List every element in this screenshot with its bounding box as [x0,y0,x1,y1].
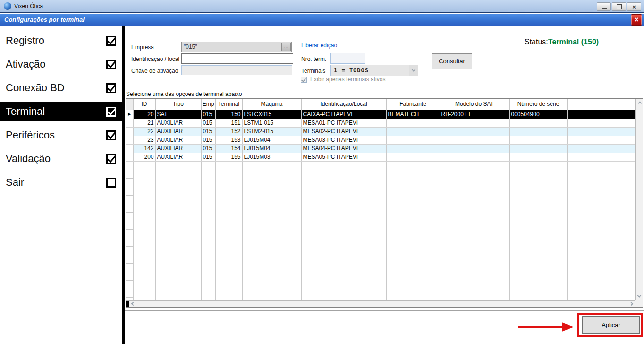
cell[interactable]: SAT [155,110,201,119]
cell[interactable]: MESA01-PC ITAPEVI [301,119,386,127]
cell[interactable] [440,119,509,127]
cell[interactable]: AUXILIAR [155,119,201,127]
cell[interactable]: 000504900 [509,110,567,119]
close-window-button[interactable]: × [627,2,641,11]
cell[interactable]: AUXILIAR [155,153,201,161]
cell[interactable] [440,136,509,144]
cell[interactable]: LSTCX015 [242,110,301,119]
checkbox-icon[interactable] [106,60,116,69]
row-selector-cell[interactable] [126,127,133,136]
table-row[interactable]: 142AUXILIAR015154LJ015M04MESA04-PC ITAPE… [126,144,635,153]
cell[interactable]: 015 [201,127,215,136]
empresa-field[interactable] [181,42,292,52]
sidebar-item-registro[interactable]: Registro [0,31,122,50]
checkbox-icon[interactable] [106,154,116,164]
cell[interactable] [509,144,567,153]
table-row[interactable]: 21AUXILIAR015151LSTM1-015MESA01-PC ITAPE… [126,119,635,127]
table-row[interactable]: 200AUXILIAR015155LJ015M03MESA05-PC ITAPE… [126,153,635,161]
column-header-id[interactable]: ID [133,99,155,110]
identificacao-field[interactable] [181,53,293,64]
cell[interactable]: MESA04-PC ITAPEVI [301,144,386,153]
cell[interactable]: AUXILIAR [155,144,201,153]
cell[interactable] [509,119,567,127]
column-header-maquina[interactable]: Máquina [242,99,301,110]
cell[interactable] [386,144,440,153]
cell[interactable]: 21 [133,119,155,127]
cell[interactable] [509,136,567,144]
checkbox-icon[interactable] [106,83,116,93]
checkbox-icon[interactable] [106,178,116,188]
row-selector-cell[interactable] [126,119,133,127]
cell[interactable]: 23 [133,136,155,144]
cell[interactable]: LSTM1-015 [242,119,301,127]
sidebar-item-conexao-bd[interactable]: Conexão BD [0,78,122,97]
cell[interactable]: LJ015M04 [242,136,301,144]
vertical-scrollbar[interactable] [635,99,643,300]
cell[interactable]: BEMATECH [386,110,440,119]
column-header-identificacao-local[interactable]: Identificação/Local [301,99,386,110]
column-header-tipo[interactable]: Tipo [155,99,201,110]
cell[interactable]: 200 [133,153,155,161]
close-dialog-button[interactable]: × [631,14,642,26]
cell[interactable]: 153 [215,136,242,144]
column-header-modelo-sat[interactable]: Modelo do SAT [440,99,509,110]
cell[interactable] [386,119,440,127]
row-selector-cell[interactable] [126,136,133,144]
row-selector-cell[interactable] [126,153,133,161]
cell[interactable]: MESA03-PC ITAPEVI [301,136,386,144]
table-row[interactable]: ▶20SAT015150LSTCX015CAIXA-PC ITAPEVIBEMA… [126,110,635,119]
column-header-numero-serie[interactable]: Número de série [509,99,567,110]
sidebar-item-perifericos[interactable]: Periféricos [0,126,122,145]
checkbox-icon[interactable] [106,130,116,140]
cell[interactable]: RB-2000 FI [440,110,509,119]
restore-button[interactable] [612,2,626,11]
nro-term-field[interactable] [330,53,365,64]
cell[interactable]: AUXILIAR [155,127,201,136]
scrollbar-thumb[interactable] [126,301,129,307]
sidebar-item-validacao[interactable]: Validação [0,149,122,168]
sidebar-item-sair[interactable]: Sair [0,173,122,192]
scroll-right-button[interactable] [627,301,635,307]
scroll-up-button[interactable] [636,99,643,106]
cell[interactable]: AUXILIAR [155,136,201,144]
cell[interactable]: 015 [201,136,215,144]
sidebar-item-ativacao[interactable]: Ativação [0,55,122,74]
cell[interactable] [440,127,509,136]
liberar-edicao-link[interactable]: Liberar edição [301,42,337,49]
cell[interactable]: 015 [201,153,215,161]
row-selector-cell[interactable] [126,144,133,153]
cell[interactable]: MESA05-PC ITAPEVI [301,153,386,161]
cell[interactable] [509,153,567,161]
scroll-left-button[interactable] [129,301,137,307]
cell[interactable]: 151 [215,119,242,127]
browse-button[interactable]: ... [281,43,291,51]
cell[interactable] [386,136,440,144]
cell[interactable]: 015 [201,144,215,153]
scroll-down-button[interactable] [636,292,643,300]
column-header-fabricante[interactable]: Fabricante [386,99,440,110]
cell[interactable]: MESA02-PC ITAPEVI [301,127,386,136]
column-header-emp[interactable]: Emp [201,99,215,110]
row-selector-cell[interactable]: ▶ [126,110,133,119]
checkbox-icon[interactable] [106,36,116,46]
cell[interactable]: 155 [215,153,242,161]
checkbox-icon[interactable] [106,107,116,117]
table-row[interactable]: 22AUXILIAR015152LSTM2-015MESA02-PC ITAPE… [126,127,635,136]
consultar-button[interactable]: Consultar [432,53,472,69]
terminais-dropdown[interactable]: 1 = TODOS [330,65,418,76]
cell[interactable] [509,127,567,136]
aplicar-button[interactable]: Aplicar [582,316,640,334]
cell[interactable]: 154 [215,144,242,153]
cell[interactable]: 20 [133,110,155,119]
cell[interactable] [440,153,509,161]
minimize-button[interactable] [597,2,611,11]
chave-field[interactable] [181,65,292,75]
cell[interactable]: 152 [215,127,242,136]
cell[interactable] [386,153,440,161]
cell[interactable]: CAIXA-PC ITAPEVI [301,110,386,119]
dropdown-arrow-button[interactable] [409,65,418,76]
exibir-ativos-checkbox[interactable] [301,77,307,83]
horizontal-scrollbar[interactable] [126,300,635,307]
cell[interactable]: 015 [201,119,215,127]
cell[interactable] [440,144,509,153]
